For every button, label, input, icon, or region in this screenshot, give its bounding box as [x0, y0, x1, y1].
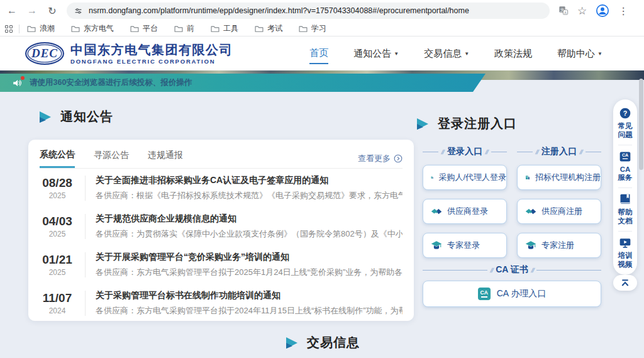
svg-text:?: ? — [623, 109, 628, 117]
bookmark-folder[interactable]: 平台 — [130, 23, 158, 34]
news-summary: 各供应商：东方电气采购管理平台拟于2025年1月24日上线“竞价采购”业务，为帮… — [96, 267, 402, 278]
ca-card-icon: CA — [619, 150, 631, 163]
folder-icon — [299, 25, 308, 33]
chevron-right-circle-icon — [394, 154, 402, 163]
arrow-icon — [284, 335, 299, 350]
purchaser-login-button[interactable]: 采购人/代理人登录 — [423, 165, 507, 190]
company-name-cn: 中国东方电气集团有限公司 — [70, 43, 233, 57]
video-icon — [619, 237, 631, 249]
list-item[interactable]: 08/282025 关于全面推进非招标采购业务CA认证及电子签章应用的通知 各供… — [40, 169, 402, 207]
site-header: DEC 中国东方电气集团有限公司 DONGFANG ELECTRIC CORPO… — [0, 36, 644, 70]
register-entry-header: //注册入口// — [517, 146, 601, 157]
ca-cert-header: //CA 证书// — [423, 264, 601, 276]
supplier-register-button[interactable]: 供应商注册 — [517, 199, 601, 224]
svg-text:CA: CA — [622, 153, 628, 158]
list-item[interactable]: 01/212025 关于开展采购管理平台“竞价采购业务”培训的通知 各供应商：东… — [40, 245, 402, 284]
company-name-en: DONGFANG ELECTRIC CORPORATION — [70, 58, 233, 65]
news-year: 2025 — [40, 230, 75, 238]
back-button[interactable]: ← — [4, 3, 20, 19]
menu-kebab-icon[interactable]: ⋮ — [618, 5, 628, 17]
bookmark-folder[interactable]: 学习 — [299, 23, 326, 34]
floating-help-panel: ? 常见问题 CA CA服务 帮助文档 培训视频 — [613, 99, 637, 275]
alert-dot — [21, 76, 25, 80]
news-summary: 各供应商：东方电气采购管理平台拟于2024年11月15日上线“标书在线制作”功能… — [96, 305, 402, 316]
svg-text:A: A — [564, 11, 567, 14]
graduation-cap-icon — [525, 240, 536, 251]
chevron-down-icon: ▼ — [597, 51, 602, 57]
bookmark-folder[interactable]: 浪潮 — [27, 23, 55, 34]
chevron-down-icon: ▼ — [464, 51, 469, 57]
help-docs-item[interactable]: 帮助文档 — [617, 193, 633, 226]
news-date: 11/07 — [40, 291, 75, 305]
news-title[interactable]: 关于全面推进非招标采购业务CA认证及电子签章应用的通知 — [96, 175, 402, 186]
graduation-cap-icon — [431, 240, 442, 251]
speaker-icon — [13, 79, 22, 87]
chevron-down-icon: ▼ — [394, 51, 399, 57]
main-nav: 首页 通知公告▼ 交易信息▼ 政策法规 帮助中心▼ — [309, 43, 644, 64]
profile-avatar-icon[interactable] — [596, 4, 609, 18]
expert-login-button[interactable]: 专家登录 — [423, 233, 507, 258]
ca-service-item[interactable]: CA CA服务 — [617, 150, 633, 183]
reload-button[interactable]: ↻ — [44, 3, 60, 19]
nav-notices[interactable]: 通知公告▼ — [353, 44, 399, 64]
news-year: 2024 — [40, 306, 75, 315]
company-logo[interactable]: DEC 中国东方电气集团有限公司 DONGFANG ELECTRIC CORPO… — [25, 42, 233, 65]
news-date: 08/28 — [40, 176, 75, 190]
supplier-login-button[interactable]: 供应商登录 — [423, 199, 507, 224]
news-summary: 各供应商：根据《电子招标投标系统技术规范》《电子采购交易规范》要求，东方电气采购… — [96, 190, 402, 201]
building-icon — [525, 172, 530, 183]
news-title[interactable]: 关于开展采购管理平台“竞价采购业务”培训的通知 — [96, 252, 402, 263]
url-text[interactable]: nsrm.dongfang.com/platform/runtime/epp/d… — [89, 6, 469, 15]
bookmarks-bar: 浪潮 东方电气 平台 前 工具 考试 学习 — [0, 21, 644, 36]
scrollbar-thumb[interactable] — [639, 79, 643, 170]
bookmark-folder[interactable]: 工具 — [211, 23, 238, 34]
faq-item[interactable]: ? 常见问题 — [617, 107, 633, 140]
notice-tabs: 系统公告 寻源公告 违规通报 查看更多 — [40, 148, 402, 169]
tab-system-notices[interactable]: 系统公告 — [40, 149, 75, 168]
entry-button-grid: 采购人/代理人登录 招标代理机构注册 供应商登录 供应商注册 专家登录 专家注册 — [423, 165, 601, 258]
folder-icon — [71, 25, 80, 33]
bookmark-star-icon[interactable]: ☆ — [577, 4, 587, 18]
handshake-icon — [525, 206, 536, 217]
forward-button[interactable]: → — [24, 3, 40, 19]
collapse-panel-button[interactable] — [613, 275, 637, 291]
folder-icon — [27, 25, 36, 33]
login-section-title: 登录注册入口 — [415, 115, 517, 132]
tab-sourcing-notices[interactable]: 寻源公告 — [94, 150, 129, 167]
list-item[interactable]: 04/032025 关于规范供应商企业规模信息的通知 各供应商：为贯彻落实《保障… — [40, 207, 402, 245]
bookmark-folder[interactable]: 东方电气 — [71, 23, 114, 34]
bookmark-folder[interactable]: 考试 — [255, 23, 282, 34]
training-videos-item[interactable]: 培训视频 — [617, 237, 633, 269]
news-date: 01/21 — [40, 253, 75, 267]
site-settings-icon[interactable] — [74, 7, 82, 15]
news-summary: 各供应商：为贯彻落实《保障中小企业款项支付条例》（国务院令第802号）及《中小企… — [96, 228, 402, 240]
nav-policies[interactable]: 政策法规 — [494, 44, 532, 64]
expert-register-button[interactable]: 专家注册 — [517, 233, 601, 258]
nav-trade-info[interactable]: 交易信息▼ — [424, 44, 469, 64]
news-year: 2025 — [40, 191, 75, 200]
bookmark-folder[interactable]: 前 — [174, 23, 194, 34]
news-title[interactable]: 关于采购管理平台标书在线制作功能培训的通知 — [96, 290, 402, 301]
nav-home[interactable]: 首页 — [309, 43, 328, 64]
book-icon — [619, 193, 631, 206]
nav-help-center[interactable]: 帮助中心▼ — [557, 44, 602, 64]
announcement-ticker: 请使用360安全浏览器进行后续投标、报价操作 — [0, 74, 486, 92]
dec-logo-icon: DEC — [25, 42, 64, 65]
tab-violation-reports[interactable]: 违规通报 — [148, 150, 183, 167]
arrow-icon — [415, 116, 430, 131]
apps-grid-icon[interactable] — [5, 25, 13, 33]
agency-register-button[interactable]: 招标代理机构注册 — [517, 165, 601, 190]
folder-icon — [174, 25, 183, 33]
news-year: 2025 — [40, 268, 75, 277]
building-icon — [431, 172, 433, 183]
translate-icon[interactable]: 文A — [558, 6, 569, 16]
ca-card-icon: CA — [478, 288, 491, 300]
news-date: 04/03 — [40, 215, 75, 228]
view-more-link[interactable]: 查看更多 — [358, 153, 402, 164]
collapse-up-icon — [620, 279, 630, 288]
news-title[interactable]: 关于规范供应商企业规模信息的通知 — [96, 213, 402, 225]
list-item[interactable]: 11/072024 关于采购管理平台标书在线制作功能培训的通知 各供应商：东方电… — [40, 284, 402, 322]
question-icon: ? — [619, 107, 631, 120]
address-bar[interactable]: nsrm.dongfang.com/platform/runtime/epp/d… — [67, 3, 550, 19]
ca-apply-button[interactable]: CA CA 办理入口 — [423, 281, 601, 307]
